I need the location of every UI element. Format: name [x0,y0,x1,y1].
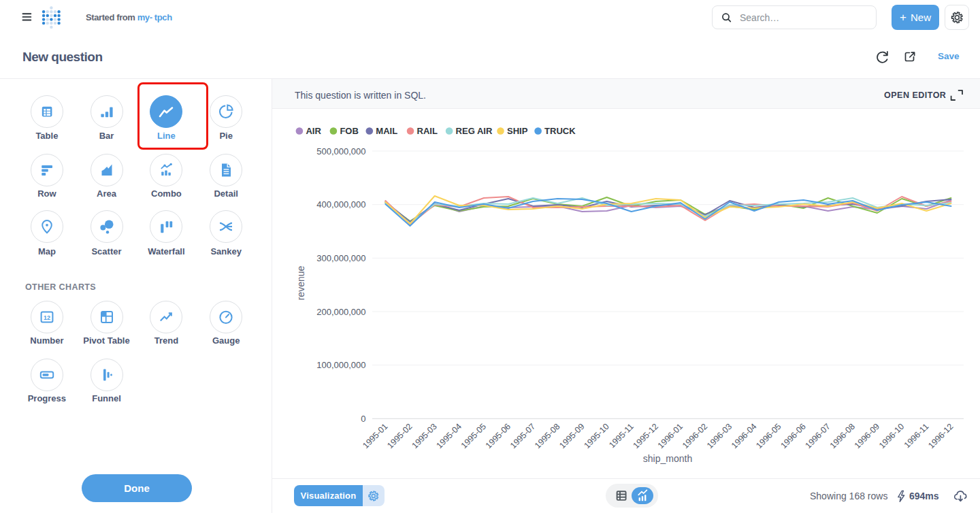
svg-text:MAIL: MAIL [376,126,397,136]
svg-text:0: 0 [361,414,365,424]
svg-text:300,000,000: 300,000,000 [316,253,365,263]
svg-text:ship_month: ship_month [643,453,692,464]
svg-text:1996-01: 1996-01 [656,422,685,450]
svg-text:1996-09: 1996-09 [853,422,881,450]
svg-text:400,000,000: 400,000,000 [316,199,365,210]
svg-text:1995-02: 1995-02 [385,422,414,450]
svg-text:1995-11: 1995-11 [607,422,636,450]
svg-text:SHIP: SHIP [507,126,528,136]
svg-text:1996-10: 1996-10 [877,422,906,450]
svg-text:1995-07: 1995-07 [508,422,537,450]
svg-text:1995-06: 1995-06 [484,422,512,450]
svg-text:1996-04: 1996-04 [730,422,758,450]
svg-text:1996-07: 1996-07 [803,422,832,450]
svg-text:500,000,000: 500,000,000 [316,146,365,156]
svg-text:1995-10: 1995-10 [582,422,610,450]
svg-text:12: 12 [44,314,50,321]
svg-text:1995-03: 1995-03 [410,422,438,450]
svg-text:1996-08: 1996-08 [828,422,857,450]
svg-text:1996-06: 1996-06 [779,422,807,450]
svg-text:revenue: revenue [295,265,306,300]
svg-text:AIR: AIR [306,126,321,136]
svg-text:FOB: FOB [340,126,358,136]
svg-text:1995-05: 1995-05 [459,422,488,450]
svg-text:1995-08: 1995-08 [533,422,561,450]
svg-text:1995-09: 1995-09 [557,422,586,450]
svg-text:TRUCK: TRUCK [544,126,576,136]
svg-text:100,000,000: 100,000,000 [316,360,365,370]
svg-text:200,000,000: 200,000,000 [316,307,365,317]
svg-text:1996-12: 1996-12 [926,422,955,450]
svg-text:RAIL: RAIL [417,126,438,136]
svg-text:1995-12: 1995-12 [632,422,660,450]
svg-text:1995-04: 1995-04 [435,422,463,450]
svg-text:REG AIR: REG AIR [456,126,493,136]
svg-text:1996-02: 1996-02 [681,422,709,450]
svg-text:1996-05: 1996-05 [754,422,783,450]
svg-text:1995-01: 1995-01 [361,422,389,450]
svg-text:1996-11: 1996-11 [902,422,931,450]
svg-text:1996-03: 1996-03 [705,422,734,450]
